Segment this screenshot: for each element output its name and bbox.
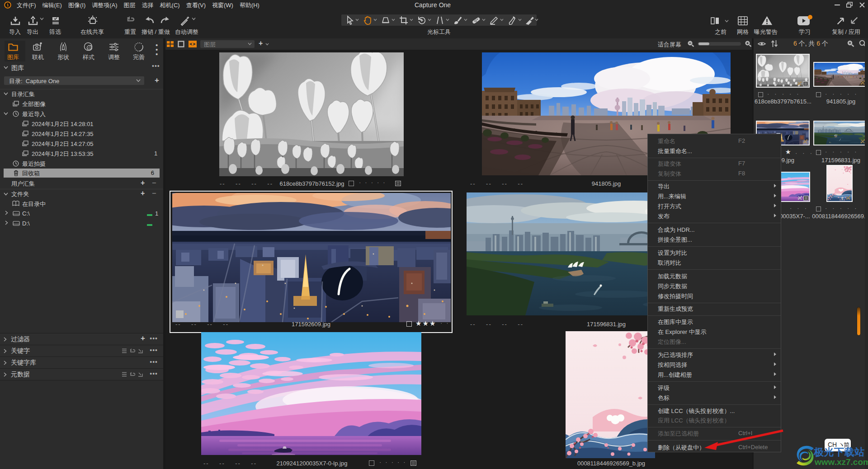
svg-text:1: 1 (7, 3, 9, 7)
